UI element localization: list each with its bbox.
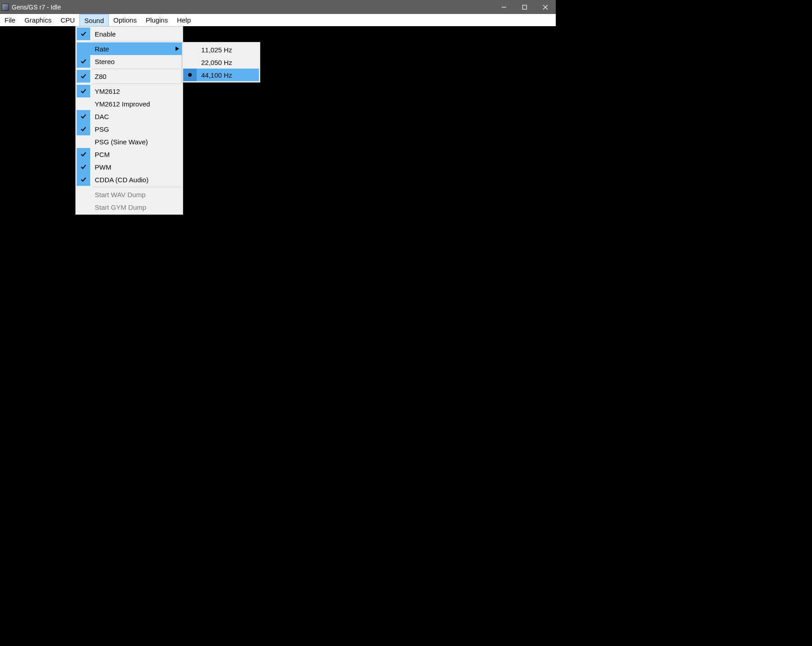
check-icon — [77, 55, 90, 68]
close-icon — [543, 5, 548, 10]
gutter — [77, 188, 90, 201]
window-title: Gens/GS r7 - Idle — [12, 4, 61, 11]
menu-item-label: YM2612 Improved — [90, 100, 182, 108]
sound-dropdown: Enable Rate Stereo Z80 YM2612 YM2612 Imp… — [75, 26, 183, 215]
menu-item-label: Z80 — [90, 73, 182, 80]
menu-item-label: 22,050 Hz — [197, 59, 232, 66]
sound-start-wav-dump[interactable]: Start WAV Dump — [77, 188, 182, 201]
sound-enable[interactable]: Enable — [77, 28, 182, 40]
menu-item-label: 44,100 Hz — [197, 71, 232, 79]
svg-marker-4 — [175, 46, 179, 51]
check-icon — [77, 70, 90, 83]
gutter — [77, 201, 90, 213]
app-icon — [2, 4, 9, 11]
menu-item-label: YM2612 — [90, 88, 182, 95]
menu-item-label: Enable — [90, 30, 182, 38]
check-icon — [77, 28, 90, 40]
separator — [92, 187, 181, 187]
separator — [92, 69, 181, 69]
gutter — [77, 42, 90, 55]
menu-item-label: Start GYM Dump — [90, 203, 182, 211]
menubar: File Graphics CPU Sound Options Plugins … — [0, 14, 556, 26]
sound-stereo[interactable]: Stereo — [77, 55, 182, 68]
rate-11025[interactable]: 11,025 Hz — [183, 43, 259, 56]
check-icon — [77, 110, 90, 123]
menu-item-label: Start WAV Dump — [90, 191, 182, 198]
menu-item-label: PWM — [90, 163, 182, 171]
gutter — [77, 97, 90, 110]
menu-item-label: DAC — [90, 113, 182, 120]
rate-22050[interactable]: 22,050 Hz — [183, 56, 259, 69]
sound-dac[interactable]: DAC — [77, 110, 182, 123]
close-button[interactable] — [535, 0, 556, 14]
menu-item-label: Rate — [90, 45, 173, 53]
gutter — [183, 43, 197, 56]
sound-z80[interactable]: Z80 — [77, 70, 182, 83]
sound-ym2612-improved[interactable]: YM2612 Improved — [77, 97, 182, 110]
check-icon — [77, 123, 90, 135]
separator — [92, 83, 181, 84]
titlebar: Gens/GS r7 - Idle — [0, 0, 556, 14]
menu-item-label: CDDA (CD Audio) — [90, 176, 182, 184]
check-icon — [77, 148, 90, 161]
rate-44100[interactable]: 44,100 Hz — [183, 69, 259, 81]
menu-item-label: Stereo — [90, 58, 182, 65]
menu-help[interactable]: Help — [172, 14, 195, 26]
gutter — [183, 56, 197, 69]
menu-item-label: PCM — [90, 151, 182, 158]
separator — [92, 41, 181, 42]
sound-pwm[interactable]: PWM — [77, 161, 182, 173]
minimize-button[interactable] — [494, 0, 514, 14]
menu-plugins[interactable]: Plugins — [141, 14, 172, 26]
menu-file[interactable]: File — [0, 14, 20, 26]
menu-options[interactable]: Options — [109, 14, 141, 26]
check-icon — [77, 85, 90, 97]
menu-item-label: 11,025 Hz — [197, 46, 232, 54]
sound-start-gym-dump[interactable]: Start GYM Dump — [77, 201, 182, 213]
radio-selected-icon — [183, 69, 197, 81]
maximize-icon — [522, 5, 527, 10]
menu-cpu[interactable]: CPU — [56, 14, 79, 26]
minimize-icon — [501, 5, 507, 10]
sound-ym2612[interactable]: YM2612 — [77, 85, 182, 97]
sound-pcm[interactable]: PCM — [77, 148, 182, 161]
sound-psg[interactable]: PSG — [77, 123, 182, 135]
maximize-button[interactable] — [514, 0, 535, 14]
sound-psg-sine[interactable]: PSG (Sine Wave) — [77, 135, 182, 148]
sound-rate[interactable]: Rate — [77, 42, 182, 55]
gutter — [77, 135, 90, 148]
sound-cdda[interactable]: CDDA (CD Audio) — [77, 173, 182, 186]
menu-sound[interactable]: Sound — [79, 14, 109, 26]
menu-item-label: PSG (Sine Wave) — [90, 138, 182, 146]
svg-rect-1 — [523, 5, 527, 9]
submenu-arrow-icon — [173, 46, 182, 51]
menu-graphics[interactable]: Graphics — [20, 14, 56, 26]
menu-item-label: PSG — [90, 125, 182, 133]
rate-submenu: 11,025 Hz 22,050 Hz 44,100 Hz — [182, 42, 260, 83]
check-icon — [77, 161, 90, 173]
check-icon — [77, 173, 90, 186]
